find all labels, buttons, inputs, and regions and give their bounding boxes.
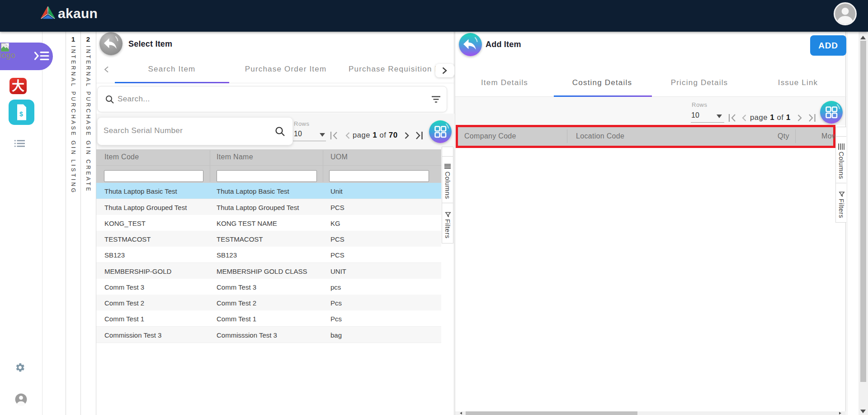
svg-text:$: $ <box>19 110 23 118</box>
